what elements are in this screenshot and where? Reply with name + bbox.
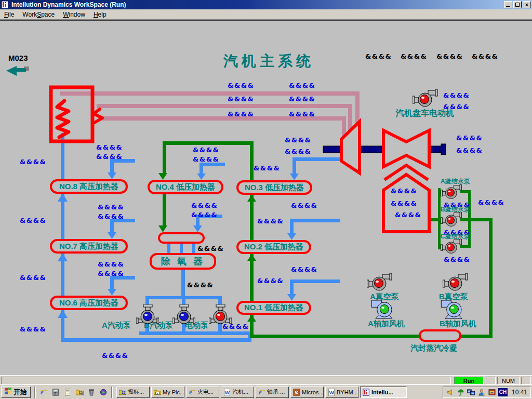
turning-gear-motor-pump-icon[interactable] <box>413 89 440 108</box>
network-icon[interactable] <box>467 388 475 396</box>
tag-value: &&&& <box>391 187 417 195</box>
user-accounts-icon[interactable] <box>477 388 486 396</box>
condensate-pump-a-pump-icon[interactable] <box>441 184 463 200</box>
condensate-pump-c-pump-icon[interactable] <box>441 239 463 255</box>
tag-value: &&&& <box>291 202 317 209</box>
fan-a-fan-icon[interactable] <box>370 300 397 319</box>
start-button[interactable]: 开始 <box>1 387 31 398</box>
task-button-label: Intellu... <box>371 389 393 395</box>
app-icon[interactable] <box>1 1 9 8</box>
feed-pump-a-label: A汽动泵 <box>102 321 131 330</box>
tag-value: &&&& <box>401 52 427 60</box>
intellution-icon <box>363 389 370 396</box>
tag-value: &&&& <box>285 148 311 155</box>
tag-value: &&&& <box>365 52 392 60</box>
quicklaunch-notepad-icon[interactable] <box>63 388 72 397</box>
menu-bar: FileWorkSpaceWindowHelp <box>0 9 532 20</box>
tag-value: &&&& <box>98 260 124 268</box>
menu-help[interactable]: Help <box>89 10 111 19</box>
tag-value: &&&& <box>20 325 46 333</box>
task-button-folder-image[interactable]: My Pic... <box>151 387 184 398</box>
task-button-label: 火电... <box>197 388 214 396</box>
antivirus-umbrella-icon[interactable] <box>457 388 465 396</box>
heater-no7[interactable]: NO.7 高压加热器 <box>50 239 128 254</box>
boiler-coil-small <box>94 109 102 123</box>
windows-logo-icon <box>5 388 12 396</box>
window-title: Intellution Dynamics WorkSpace (Run) <box>11 1 503 8</box>
gland-steam-condenser[interactable] <box>419 329 461 342</box>
heater-no3[interactable]: NO.3 低压加热器 <box>236 180 312 195</box>
feed-pump-b-pump-icon[interactable] <box>172 304 195 325</box>
office-icon <box>293 389 300 396</box>
task-button-office[interactable]: Micros... <box>290 387 324 398</box>
feed-pump-a-pump-icon[interactable] <box>136 304 159 325</box>
tag-value: &&&& <box>20 158 46 166</box>
shaft-end-cap <box>441 144 446 155</box>
volume-icon[interactable] <box>446 388 455 396</box>
tag-value: &&&& <box>96 153 123 161</box>
tag-value: &&&& <box>187 281 214 289</box>
status-message-panel <box>1 377 451 384</box>
heater-no2[interactable]: NO.2 低压加热器 <box>236 240 311 254</box>
svg-text:e: e <box>259 389 262 396</box>
tag-value: &&&& <box>289 110 315 118</box>
quicklaunch-trash-icon[interactable] <box>87 388 96 397</box>
condensate-pump-b-pump-icon[interactable] <box>441 212 463 228</box>
task-button-label: BYHM... <box>337 389 358 395</box>
quicklaunch-calculator-icon[interactable] <box>51 388 60 397</box>
close-button[interactable]: × <box>523 1 531 8</box>
deaerator-tank[interactable] <box>158 232 205 244</box>
task-button-label: 轴承 ... <box>267 388 285 396</box>
tag-value: &&&& <box>193 155 219 163</box>
fan-b-fan-icon[interactable] <box>440 300 467 319</box>
page-title: 汽机主系统 <box>223 51 314 71</box>
input-language-badge[interactable]: CH <box>498 388 508 396</box>
task-button-active[interactable]: Intellu... <box>360 387 407 398</box>
tag-value: &&&& <box>96 143 123 151</box>
taskbar-clock[interactable]: 10:41 <box>512 389 527 396</box>
tag-value: &&&& <box>98 203 124 211</box>
tag-value: &&&& <box>257 277 284 285</box>
menu-window[interactable]: Window <box>59 10 89 19</box>
task-button-label: 投标... <box>128 388 144 396</box>
menu-file[interactable]: File <box>0 10 18 19</box>
task-button-word[interactable]: WBYHM... <box>325 387 358 398</box>
vacuum-pump-a-pump-icon[interactable] <box>367 273 394 292</box>
svg-text:e: e <box>41 389 44 396</box>
status-bar: Run NUM <box>0 375 532 384</box>
tag-value: &&&& <box>197 245 224 252</box>
heater-no4[interactable]: NO.4 低压加热器 <box>148 180 223 194</box>
deaerator[interactable]: 除 氧 器 <box>150 253 216 270</box>
task-button-ie[interactable]: e火电... <box>186 387 219 398</box>
quicklaunch-ie-icon[interactable]: e <box>39 388 48 397</box>
workspace-window: Intellution Dynamics WorkSpace (Run) × F… <box>0 0 532 399</box>
tag-value: &&&& <box>257 217 284 225</box>
heater-no6[interactable]: NO.6 高压加热器 <box>50 296 128 310</box>
task-button-word[interactable]: W汽机... <box>221 387 254 398</box>
restore-button[interactable] <box>513 1 522 8</box>
app-tray-icon[interactable] <box>488 388 496 396</box>
minimize-button[interactable] <box>504 1 512 8</box>
folder-image-icon <box>154 389 161 396</box>
heater-no8[interactable]: NO.8 高压加热器 <box>50 179 128 194</box>
vacuum-pump-b-pump-icon[interactable] <box>443 273 470 292</box>
back-arrow[interactable] <box>6 66 29 76</box>
extraction-steam-arrows <box>108 157 342 301</box>
picture-id: M023 <box>8 54 28 62</box>
tag-value: &&&& <box>395 211 421 219</box>
electric-pump-pump-icon[interactable] <box>209 304 232 325</box>
heater-no1[interactable]: NO.1 低压加热器 <box>236 301 311 315</box>
turbine-train[interactable] <box>323 122 446 232</box>
boiler-coil-large <box>57 101 69 137</box>
ie-icon: e <box>258 389 265 396</box>
task-button-folder-search[interactable]: 投标... <box>116 387 150 398</box>
quicklaunch-folder-search-icon[interactable] <box>75 388 84 397</box>
quicklaunch-media-icon[interactable] <box>99 388 108 397</box>
task-button-ie[interactable]: e轴承 ... <box>256 387 289 398</box>
tag-value: &&&& <box>228 82 254 89</box>
numlock-badge: NUM <box>497 377 520 384</box>
tag-value: &&&& <box>472 52 498 60</box>
tag-value: &&&& <box>228 95 254 103</box>
menu-workspace[interactable]: WorkSpace <box>18 10 59 19</box>
taskbar-divider2 <box>111 387 113 398</box>
